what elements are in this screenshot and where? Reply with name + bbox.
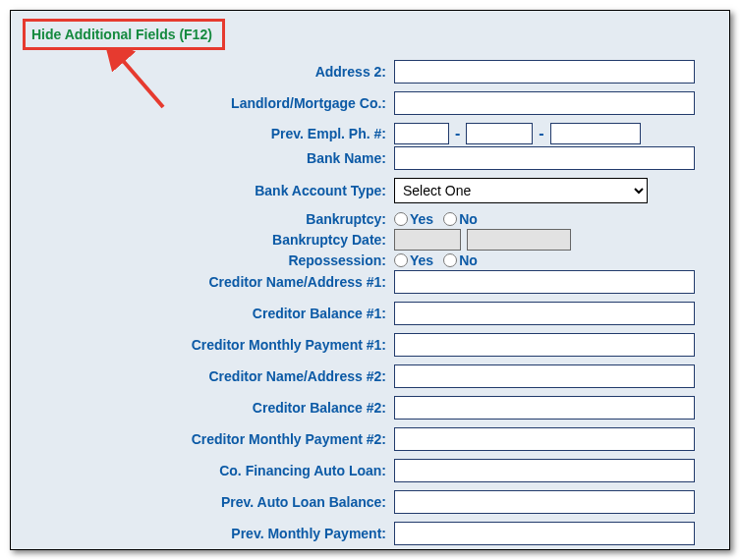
form-area: Address 2: Landlord/Mortgage Co.: Prev. … bbox=[23, 56, 717, 545]
input-bankruptcy-date-1 bbox=[394, 229, 461, 251]
label-landlord: Landlord/Mortgage Co.: bbox=[23, 95, 394, 111]
label-creditor-pay-2: Creditor Monthly Payment #2: bbox=[23, 431, 394, 447]
label-co-financing: Co. Financing Auto Loan: bbox=[23, 463, 394, 478]
label-creditor-bal-2: Creditor Balance #2: bbox=[23, 400, 394, 416]
label-bankruptcy: Bankruptcy: bbox=[23, 211, 394, 227]
input-prev-ph-line[interactable] bbox=[550, 123, 641, 144]
hide-link-highlight: Hide Additional Fields (F12) bbox=[23, 19, 225, 50]
label-prev-monthly-pay: Prev. Monthly Payment: bbox=[23, 526, 394, 541]
additional-fields-panel: Hide Additional Fields (F12) Address 2: … bbox=[10, 10, 730, 550]
label-repossession: Repossession: bbox=[23, 252, 394, 268]
input-bank-name[interactable] bbox=[394, 146, 695, 170]
input-co-financing[interactable] bbox=[394, 459, 695, 482]
input-creditor-1[interactable] bbox=[394, 270, 695, 294]
label-address2: Address 2: bbox=[23, 64, 394, 80]
label-creditor-bal-1: Creditor Balance #1: bbox=[23, 306, 394, 321]
radio-repossession-yes[interactable] bbox=[394, 253, 408, 267]
label-bankruptcy-date: Bankruptcy Date: bbox=[23, 232, 394, 248]
select-bank-account-type[interactable]: Select One bbox=[394, 178, 648, 203]
input-prev-ph-prefix[interactable] bbox=[466, 123, 533, 144]
hide-additional-fields-link[interactable]: Hide Additional Fields (F12) bbox=[31, 27, 212, 42]
input-prev-loan-bal[interactable] bbox=[394, 490, 695, 514]
dash-icon: - bbox=[455, 125, 460, 142]
radio-bankruptcy-no[interactable] bbox=[443, 212, 457, 226]
label-creditor-2: Creditor Name/Address #2: bbox=[23, 368, 394, 384]
input-prev-ph-area[interactable] bbox=[394, 123, 449, 144]
input-creditor-bal-1[interactable] bbox=[394, 302, 695, 325]
radio-repossession-no[interactable] bbox=[443, 253, 457, 267]
input-bankruptcy-date-2 bbox=[467, 229, 571, 251]
label-prev-empl-ph: Prev. Empl. Ph. #: bbox=[23, 126, 394, 141]
radio-label-yes: Yes bbox=[410, 211, 433, 227]
dash-icon: - bbox=[539, 125, 543, 142]
label-prev-loan-bal: Prev. Auto Loan Balance: bbox=[23, 494, 394, 510]
label-creditor-pay-1: Creditor Monthly Payment #1: bbox=[23, 337, 394, 353]
input-creditor-2[interactable] bbox=[394, 364, 695, 388]
input-landlord[interactable] bbox=[394, 91, 695, 115]
radio-label-no: No bbox=[459, 252, 478, 268]
input-prev-monthly-pay[interactable] bbox=[394, 522, 695, 545]
input-creditor-bal-2[interactable] bbox=[394, 396, 695, 420]
radio-label-no: No bbox=[459, 211, 478, 227]
input-creditor-pay-2[interactable] bbox=[394, 427, 695, 451]
input-creditor-pay-1[interactable] bbox=[394, 333, 695, 357]
radio-label-yes: Yes bbox=[410, 252, 433, 268]
radio-bankruptcy-yes[interactable] bbox=[394, 212, 408, 226]
input-address2[interactable] bbox=[394, 60, 695, 84]
label-bank-name: Bank Name: bbox=[23, 150, 394, 166]
label-bank-account-type: Bank Account Type: bbox=[23, 183, 394, 198]
label-creditor-1: Creditor Name/Address #1: bbox=[23, 274, 394, 290]
